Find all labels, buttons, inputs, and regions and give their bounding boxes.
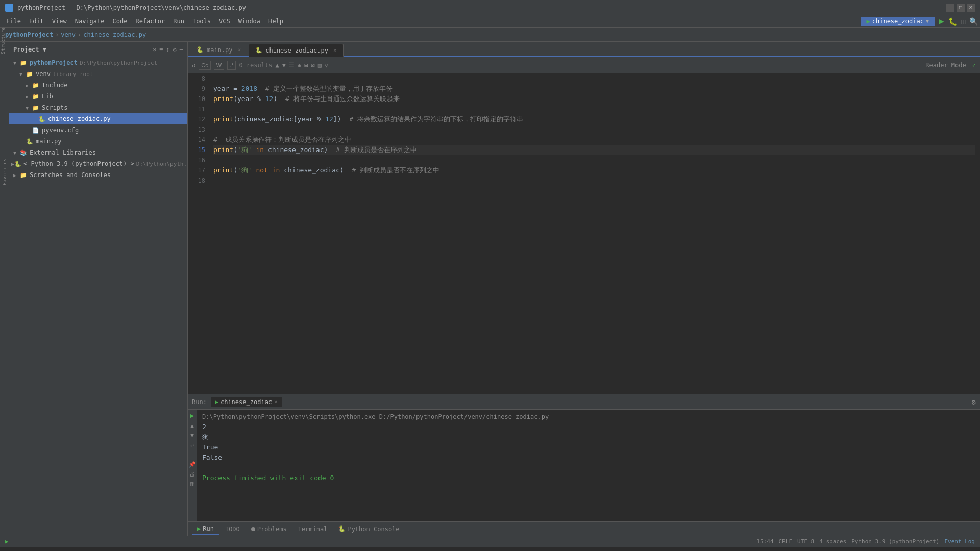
tree-item-python39[interactable]: ▶ 🐍 < Python 3.9 (pythonProject) > D:\Py… <box>9 158 187 169</box>
hide-panel-icon[interactable]: — <box>180 46 183 53</box>
tab-main-py[interactable]: 🐍 main.py ✕ <box>190 43 248 56</box>
run-scroll-up-icon[interactable]: ▲ <box>190 422 194 429</box>
line-num-13: 13 <box>191 124 205 135</box>
bottom-tab-python-console[interactable]: 🐍 Python Console <box>333 523 404 535</box>
tree-path-python39: D:\Python\pyth... <box>136 161 187 167</box>
maximize-button[interactable]: □ <box>957 4 965 12</box>
search-case-btn[interactable]: Cc <box>199 61 210 70</box>
run-play-icon[interactable]: ▶ <box>190 412 194 419</box>
search-layout-btn[interactable]: ▤ <box>318 62 322 69</box>
statusbar-run-btn[interactable]: ▶ <box>5 538 9 545</box>
tree-item-scratches[interactable]: ▶ 📁 Scratches and Consoles <box>9 169 187 181</box>
code-content[interactable]: year = 2018 # 定义一个整数类型的变量，用于存放年份 print (… <box>208 73 980 394</box>
tree-item-pyvenv[interactable]: 📄 pyvenv.cfg <box>9 124 187 136</box>
run-settings-icon[interactable]: ⚙ <box>972 398 976 406</box>
profile-button-top[interactable]: ◫ <box>961 17 965 26</box>
breadcrumb-file[interactable]: chinese_zodiac.py <box>83 31 146 38</box>
reader-mode-text[interactable]: Reader Mode <box>925 62 966 69</box>
code-editor[interactable]: 8 9 10 11 12 13 14 15 16 17 18 year = <box>188 73 980 394</box>
run-button-top[interactable]: ▶ <box>939 16 944 26</box>
breadcrumb-project[interactable]: pythonProject <box>5 31 53 38</box>
bottom-tab-run[interactable]: ▶ Run <box>192 523 219 535</box>
run-wrap-icon[interactable]: ↵ <box>190 442 194 448</box>
breadcrumb-venv[interactable]: venv <box>61 31 76 38</box>
tab-label-main-py: main.py <box>207 46 233 54</box>
tree-item-lib[interactable]: ▶ 📁 Lib <box>9 91 187 102</box>
search-context-btn[interactable]: ☰ <box>289 62 295 69</box>
menu-view[interactable]: View <box>48 17 71 26</box>
search-opt1-btn[interactable]: ⊞ <box>298 62 301 69</box>
sort-icon[interactable]: ↕ <box>166 46 169 53</box>
run-config-selector[interactable]: ▶ chinese_zodiac ▼ <box>861 17 935 26</box>
menu-navigate[interactable]: Navigate <box>71 17 109 26</box>
tree-label-scratches: Scratches and Consoles <box>30 171 111 179</box>
external-libs-icon: 📚 <box>19 148 28 157</box>
title-left: pythonProject – D:\Python\pythonProject\… <box>5 4 246 12</box>
search-everywhere[interactable]: 🔍 <box>969 17 978 26</box>
search-next-btn[interactable]: ▼ <box>282 62 286 69</box>
structure-icon[interactable]: Structure <box>1 46 9 54</box>
python39-icon: 🐍 <box>14 160 21 168</box>
search-regex-btn[interactable]: .* <box>227 61 236 70</box>
minimize-button[interactable]: — <box>946 4 954 12</box>
run-scroll-down-icon[interactable]: ▼ <box>190 432 194 439</box>
search-filter-btn[interactable]: ▽ <box>325 62 328 69</box>
tree-item-chinese-zodiac[interactable]: 🐍 chinese_zodiac.py <box>9 113 187 124</box>
reader-mode-check[interactable]: ✓ <box>972 62 976 69</box>
search-word-btn[interactable]: W <box>214 61 224 70</box>
main-layout: Structure Favorites Project ▼ ⊙ ≡ ↕ ⚙ — … <box>0 42 980 536</box>
collapse-all-icon[interactable]: ≡ <box>159 46 163 53</box>
bottom-tab-problems[interactable]: Problems <box>246 523 292 535</box>
settings-icon[interactable]: ⚙ <box>173 46 177 53</box>
debug-button-top[interactable]: 🐛 <box>948 17 957 26</box>
bottom-tab-terminal[interactable]: Terminal <box>293 523 333 535</box>
favorites-icon[interactable]: Favorites <box>2 158 7 185</box>
tab-close-main-py[interactable]: ✕ <box>238 46 241 53</box>
menu-file[interactable]: File <box>2 17 25 26</box>
tree-item-include[interactable]: ▶ 📁 Include <box>9 80 187 91</box>
main-py-tab-icon: 🐍 <box>197 46 204 53</box>
bottom-main: ▶ ▲ ▼ ↵ ≡ 📌 🖨 🗑 D:\Python\pythonProject\… <box>188 410 980 521</box>
statusbar-python[interactable]: Python 3.9 (pythonProject) <box>851 538 939 545</box>
scripts-folder-icon: 📁 <box>32 104 40 112</box>
menu-code[interactable]: Code <box>109 17 132 26</box>
search-opt3-btn[interactable]: ⊠ <box>311 62 314 69</box>
right-panel: 🐍 main.py ✕ 🐍 chinese_zodiac.py ✕ ↺ Cc W… <box>188 42 980 536</box>
window-title: pythonProject – D:\Python\pythonProject\… <box>17 4 246 11</box>
run-pin-icon[interactable]: 📌 <box>189 461 196 468</box>
bottom-tab-todo[interactable]: TODO <box>220 523 245 535</box>
tree-item-pythonproject[interactable]: ▼ 📁 pythonProject D:\Python\pythonProjec… <box>9 57 187 68</box>
tab-close-chinese-zodiac[interactable]: ✕ <box>333 47 337 54</box>
run-print-icon[interactable]: 🖨 <box>189 471 195 478</box>
tab-chinese-zodiac[interactable]: 🐍 chinese_zodiac.py ✕ <box>249 44 343 57</box>
menu-run[interactable]: Run <box>169 17 188 26</box>
tree-item-external-libs[interactable]: ▼ 📚 External Libraries <box>9 147 187 158</box>
close-button[interactable]: ✕ <box>967 4 975 12</box>
run-align-icon[interactable]: ≡ <box>190 452 194 458</box>
menu-refactor[interactable]: Refactor <box>131 17 169 26</box>
search-opt2-btn[interactable]: ⊟ <box>304 62 308 69</box>
statusbar-indent[interactable]: 4 spaces <box>819 538 846 545</box>
tree-item-venv[interactable]: ▼ 📁 venv library root <box>9 68 187 80</box>
tree-label-include: Include <box>42 82 68 89</box>
include-folder-icon: 📁 <box>32 81 40 89</box>
menu-window[interactable]: Window <box>234 17 264 26</box>
menu-edit[interactable]: Edit <box>25 17 48 26</box>
statusbar-encoding[interactable]: CRLF <box>779 538 793 545</box>
tree-item-scripts[interactable]: ▼ 📁 Scripts <box>9 102 187 113</box>
menu-tools[interactable]: Tools <box>188 17 215 26</box>
tree-label-external: External Libraries <box>30 149 96 156</box>
menu-help[interactable]: Help <box>264 17 287 26</box>
locate-file-icon[interactable]: ⊙ <box>153 46 156 53</box>
menu-vcs[interactable]: VCS <box>215 17 234 26</box>
project-panel-title: Project ▼ <box>13 46 46 53</box>
search-prev-btn[interactable]: ▲ <box>275 62 279 69</box>
statusbar-charset[interactable]: UTF-8 <box>797 538 814 545</box>
run-tab-chinese-zodiac[interactable]: ▶ chinese_zodiac ✕ <box>211 397 282 407</box>
statusbar-event-log[interactable]: Event Log <box>944 538 975 545</box>
search-refresh-icon[interactable]: ↺ <box>192 62 195 69</box>
run-tab-close[interactable]: ✕ <box>274 398 278 405</box>
run-clear-icon[interactable]: 🗑 <box>189 481 195 487</box>
venv-folder-icon: 📁 <box>26 70 34 78</box>
tree-item-main[interactable]: 🐍 main.py <box>9 136 187 147</box>
